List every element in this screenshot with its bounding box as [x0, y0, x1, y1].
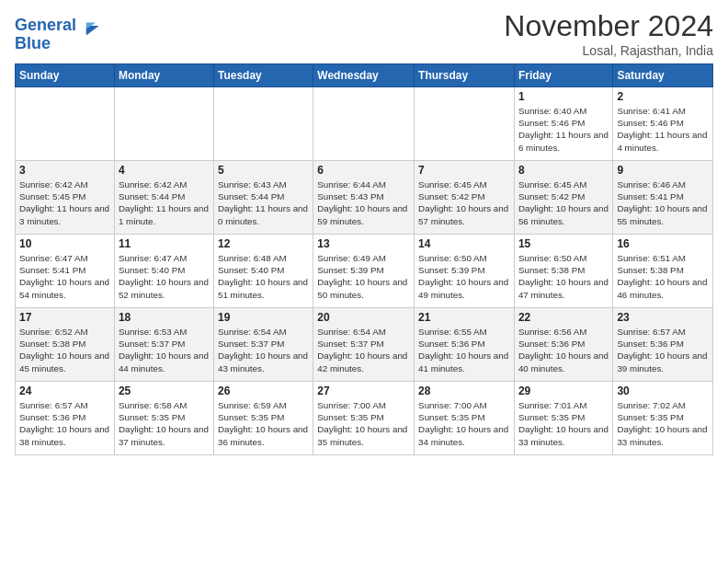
day-info: Sunrise: 6:54 AM Sunset: 5:37 PM Dayligh…: [218, 326, 309, 374]
calendar-header: SundayMondayTuesdayWednesdayThursdayFrid…: [16, 64, 713, 87]
day-info: Sunrise: 6:47 AM Sunset: 5:41 PM Dayligh…: [19, 252, 110, 301]
day-info: Sunrise: 7:01 AM Sunset: 5:35 PM Dayligh…: [518, 399, 609, 448]
day-number: 19: [218, 311, 309, 324]
calendar-cell: 10Sunrise: 6:47 AM Sunset: 5:41 PM Dayli…: [16, 235, 115, 308]
logo: General Blue: [15, 13, 104, 53]
calendar-body: 1Sunrise: 6:40 AM Sunset: 5:46 PM Daylig…: [16, 87, 713, 455]
calendar-cell: 13Sunrise: 6:49 AM Sunset: 5:39 PM Dayli…: [313, 235, 415, 308]
day-number: 10: [19, 237, 110, 250]
day-info: Sunrise: 6:55 AM Sunset: 5:36 PM Dayligh…: [418, 326, 510, 374]
day-info: Sunrise: 6:57 AM Sunset: 5:36 PM Dayligh…: [617, 326, 709, 374]
day-info: Sunrise: 6:42 AM Sunset: 5:45 PM Dayligh…: [19, 178, 110, 227]
calendar-cell: 24Sunrise: 6:57 AM Sunset: 5:36 PM Dayli…: [16, 382, 115, 455]
title-block: November 2024 Losal, Rajasthan, India: [504, 9, 713, 58]
day-number: 6: [317, 164, 410, 177]
day-info: Sunrise: 6:40 AM Sunset: 5:46 PM Dayligh…: [518, 105, 609, 154]
calendar-cell: 12Sunrise: 6:48 AM Sunset: 5:40 PM Dayli…: [213, 235, 313, 308]
day-number: 20: [317, 311, 410, 324]
calendar-cell: 8Sunrise: 6:45 AM Sunset: 5:42 PM Daylig…: [514, 161, 612, 235]
day-info: Sunrise: 6:46 AM Sunset: 5:41 PM Dayligh…: [617, 178, 709, 227]
calendar-cell: [16, 87, 115, 161]
day-info: Sunrise: 6:53 AM Sunset: 5:37 PM Dayligh…: [119, 326, 210, 374]
calendar-table: SundayMondayTuesdayWednesdayThursdayFrid…: [15, 63, 713, 455]
day-of-week-sunday: Sunday: [16, 64, 115, 87]
day-number: 5: [218, 164, 309, 177]
calendar-cell: [114, 87, 213, 161]
week-row-1: 3Sunrise: 6:42 AM Sunset: 5:45 PM Daylig…: [16, 161, 713, 235]
logo-line1: General: [15, 16, 76, 34]
day-info: Sunrise: 7:00 AM Sunset: 5:35 PM Dayligh…: [418, 399, 510, 448]
calendar-cell: 5Sunrise: 6:43 AM Sunset: 5:44 PM Daylig…: [213, 161, 313, 235]
day-number: 12: [218, 237, 309, 250]
day-info: Sunrise: 6:44 AM Sunset: 5:43 PM Dayligh…: [317, 178, 410, 227]
day-number: 21: [418, 311, 510, 324]
day-info: Sunrise: 6:52 AM Sunset: 5:38 PM Dayligh…: [19, 326, 110, 374]
calendar-cell: 6Sunrise: 6:44 AM Sunset: 5:43 PM Daylig…: [313, 161, 415, 235]
day-number: 11: [119, 237, 210, 250]
day-info: Sunrise: 6:42 AM Sunset: 5:44 PM Dayligh…: [119, 178, 210, 227]
day-info: Sunrise: 6:58 AM Sunset: 5:35 PM Dayligh…: [119, 399, 210, 448]
day-number: 26: [218, 385, 309, 397]
day-number: 2: [617, 90, 709, 103]
day-number: 13: [317, 237, 410, 250]
calendar-cell: 11Sunrise: 6:47 AM Sunset: 5:40 PM Dayli…: [114, 235, 213, 308]
day-of-week-saturday: Saturday: [613, 64, 713, 87]
day-number: 23: [617, 311, 709, 324]
calendar-cell: 7Sunrise: 6:45 AM Sunset: 5:42 PM Daylig…: [415, 161, 515, 235]
day-info: Sunrise: 6:51 AM Sunset: 5:38 PM Dayligh…: [617, 252, 709, 301]
calendar-cell: [213, 87, 313, 161]
day-info: Sunrise: 6:54 AM Sunset: 5:37 PM Dayligh…: [317, 326, 410, 374]
day-info: Sunrise: 6:59 AM Sunset: 5:35 PM Dayligh…: [218, 399, 309, 448]
day-info: Sunrise: 6:45 AM Sunset: 5:42 PM Dayligh…: [418, 178, 510, 227]
week-row-2: 10Sunrise: 6:47 AM Sunset: 5:41 PM Dayli…: [16, 235, 713, 308]
day-number: 7: [418, 164, 510, 177]
day-number: 8: [518, 164, 609, 177]
header: General Blue November 2024 Losal, Rajast…: [15, 9, 713, 58]
calendar-cell: 26Sunrise: 6:59 AM Sunset: 5:35 PM Dayli…: [213, 382, 313, 455]
calendar-cell: 29Sunrise: 7:01 AM Sunset: 5:35 PM Dayli…: [514, 382, 612, 455]
day-number: 16: [617, 237, 709, 250]
day-number: 9: [617, 164, 709, 177]
calendar-cell: 25Sunrise: 6:58 AM Sunset: 5:35 PM Dayli…: [114, 382, 213, 455]
calendar-cell: 15Sunrise: 6:50 AM Sunset: 5:38 PM Dayli…: [514, 235, 612, 308]
calendar-cell: 16Sunrise: 6:51 AM Sunset: 5:38 PM Dayli…: [613, 235, 713, 308]
day-info: Sunrise: 6:45 AM Sunset: 5:42 PM Dayligh…: [518, 178, 609, 227]
calendar-cell: 22Sunrise: 6:56 AM Sunset: 5:36 PM Dayli…: [514, 308, 612, 382]
day-number: 15: [518, 237, 609, 250]
calendar-cell: 20Sunrise: 6:54 AM Sunset: 5:37 PM Dayli…: [313, 308, 415, 382]
day-info: Sunrise: 7:02 AM Sunset: 5:35 PM Dayligh…: [617, 399, 709, 448]
calendar-cell: 9Sunrise: 6:46 AM Sunset: 5:41 PM Daylig…: [613, 161, 713, 235]
day-number: 17: [19, 311, 110, 324]
day-number: 3: [19, 164, 110, 177]
day-info: Sunrise: 6:49 AM Sunset: 5:39 PM Dayligh…: [317, 252, 410, 301]
day-info: Sunrise: 6:57 AM Sunset: 5:36 PM Dayligh…: [19, 399, 110, 448]
calendar-cell: 14Sunrise: 6:50 AM Sunset: 5:39 PM Dayli…: [415, 235, 515, 308]
calendar-cell: 18Sunrise: 6:53 AM Sunset: 5:37 PM Dayli…: [114, 308, 213, 382]
day-info: Sunrise: 7:00 AM Sunset: 5:35 PM Dayligh…: [317, 399, 410, 448]
day-info: Sunrise: 6:43 AM Sunset: 5:44 PM Dayligh…: [218, 178, 309, 227]
week-row-0: 1Sunrise: 6:40 AM Sunset: 5:46 PM Daylig…: [16, 87, 713, 161]
day-info: Sunrise: 6:50 AM Sunset: 5:38 PM Dayligh…: [518, 252, 609, 301]
day-number: 30: [617, 385, 709, 397]
calendar-cell: 2Sunrise: 6:41 AM Sunset: 5:46 PM Daylig…: [613, 87, 713, 161]
week-row-3: 17Sunrise: 6:52 AM Sunset: 5:38 PM Dayli…: [16, 308, 713, 382]
day-info: Sunrise: 6:50 AM Sunset: 5:39 PM Dayligh…: [418, 252, 510, 301]
day-number: 27: [317, 385, 410, 397]
week-row-4: 24Sunrise: 6:57 AM Sunset: 5:36 PM Dayli…: [16, 382, 713, 455]
day-info: Sunrise: 6:41 AM Sunset: 5:46 PM Dayligh…: [617, 105, 709, 154]
day-number: 18: [119, 311, 210, 324]
calendar-cell: 19Sunrise: 6:54 AM Sunset: 5:37 PM Dayli…: [213, 308, 313, 382]
day-number: 29: [518, 385, 609, 397]
calendar-cell: 21Sunrise: 6:55 AM Sunset: 5:36 PM Dayli…: [415, 308, 515, 382]
calendar-cell: [415, 87, 515, 161]
day-of-week-monday: Monday: [114, 64, 213, 87]
day-number: 25: [119, 385, 210, 397]
calendar-cell: [313, 87, 415, 161]
day-info: Sunrise: 6:56 AM Sunset: 5:36 PM Dayligh…: [518, 326, 609, 374]
day-number: 4: [119, 164, 210, 177]
day-number: 14: [418, 237, 510, 250]
day-number: 24: [19, 385, 110, 397]
day-number: 1: [518, 90, 609, 103]
month-title: November 2024: [504, 9, 713, 43]
calendar-cell: 4Sunrise: 6:42 AM Sunset: 5:44 PM Daylig…: [114, 161, 213, 235]
